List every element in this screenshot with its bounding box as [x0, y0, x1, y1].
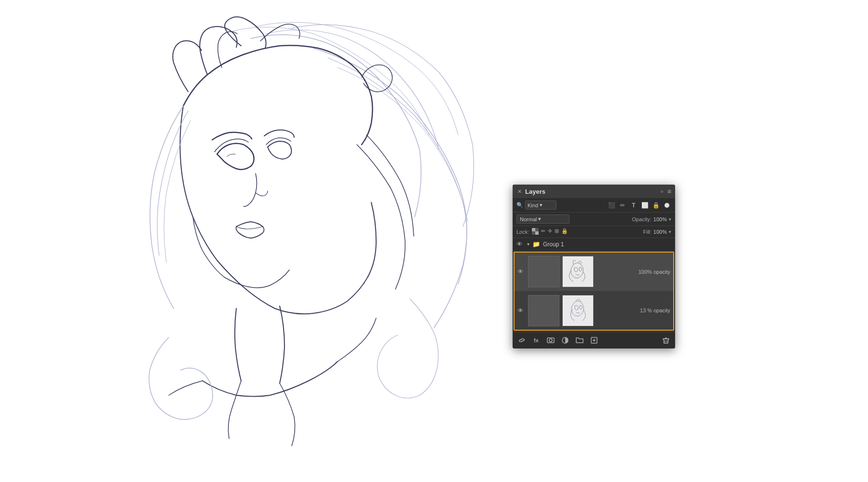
fill-adjustment-button[interactable] — [560, 335, 570, 346]
fill-input[interactable]: 100% — [653, 229, 667, 235]
layer-2-visibility-icon[interactable]: 👁 — [517, 307, 525, 314]
panel-title-left: ✕ Layers — [516, 188, 545, 195]
svg-rect-4 — [535, 231, 539, 235]
layers-panel: ✕ Layers » ≡ 🔍 Kind ▾ ⬛ ✏ T ⬜ 🔒 — [513, 185, 675, 348]
fill-row: Fill: 100% ▾ — [643, 229, 671, 235]
kind-chevron-icon: ▾ — [540, 202, 542, 208]
opacity-chevron-icon[interactable]: ▾ — [669, 217, 671, 222]
filter-icons: ⬛ ✏ T ⬜ 🔒 — [607, 201, 671, 210]
svg-rect-2 — [535, 228, 539, 231]
lock-position-icon[interactable]: ✛ — [548, 228, 552, 236]
opacity-row: Opacity: 100% ▾ — [632, 216, 672, 222]
kind-label: Kind — [528, 202, 538, 208]
blend-mode-dropdown[interactable]: Normal ▾ — [516, 214, 570, 224]
layer-2-dark-thumb — [528, 295, 559, 326]
panel-title: Layers — [525, 188, 545, 195]
layer-1-thumbnail — [562, 256, 594, 287]
panel-menu-button[interactable]: ≡ — [667, 187, 671, 195]
svg-point-8 — [549, 339, 552, 342]
lock-row: Lock: ✏ ✛ ⊞ 🔒 Fill: 100% ▾ — [513, 226, 675, 238]
panel-titlebar: ✕ Layers » ≡ — [513, 185, 675, 198]
sketch-canvas — [0, 0, 506, 482]
fill-chevron-icon[interactable]: ▾ — [669, 229, 671, 234]
filter-row: 🔍 Kind ▾ ⬛ ✏ T ⬜ 🔒 — [513, 198, 675, 213]
add-mask-button[interactable] — [545, 335, 556, 346]
fx-button[interactable]: fx — [531, 335, 542, 346]
filter-adjustment-icon[interactable]: 🔒 — [651, 201, 660, 210]
svg-rect-5 — [564, 257, 593, 286]
kind-dropdown[interactable]: Kind ▾ — [525, 201, 556, 210]
group-folder-icon: 📁 — [532, 241, 540, 248]
blend-mode-row: Normal ▾ Opacity: 100% ▾ — [513, 213, 675, 226]
group-visibility-icon[interactable]: 👁 — [516, 241, 524, 248]
opacity-label: Opacity: — [632, 216, 651, 222]
lock-artboard-icon[interactable]: ⊞ — [555, 228, 559, 236]
lock-transparency-icon[interactable] — [532, 228, 539, 236]
lock-all-icon[interactable]: 🔒 — [561, 228, 568, 236]
bottom-toolbar: fx — [513, 332, 675, 348]
search-icon: 🔍 — [516, 202, 523, 208]
filter-pixel-icon[interactable]: ⬛ — [607, 201, 616, 210]
blend-mode-label: Normal — [520, 216, 537, 222]
layer-item[interactable]: 👁 13 % opacity — [515, 291, 673, 330]
new-group-button[interactable] — [574, 335, 585, 346]
filter-type-icon[interactable]: T — [629, 201, 638, 210]
filter-circle-shape — [665, 203, 669, 208]
group-row[interactable]: 👁 ▾ 📁 Group 1 — [513, 238, 675, 251]
canvas-area — [0, 0, 868, 482]
layer-item[interactable]: 👁 100% — [515, 253, 673, 291]
new-layer-button[interactable] — [589, 335, 599, 346]
svg-rect-6 — [564, 296, 593, 325]
filter-circle-icon[interactable] — [663, 201, 671, 210]
lock-image-icon[interactable]: ✏ — [541, 228, 545, 236]
group-expand-icon[interactable]: ▾ — [527, 241, 529, 247]
fill-label: Fill: — [643, 229, 651, 235]
layer-2-thumbnail — [562, 295, 594, 326]
lock-icons: ✏ ✛ ⊞ 🔒 — [532, 228, 568, 236]
link-layers-button[interactable] — [516, 335, 527, 346]
lock-label: Lock: — [516, 229, 529, 235]
svg-rect-3 — [532, 231, 535, 235]
filter-shape-icon[interactable]: ⬜ — [640, 201, 649, 210]
blend-mode-chevron: ▾ — [538, 216, 541, 222]
filter-brush-icon[interactable]: ✏ — [618, 201, 627, 210]
layer-1-opacity: 100% opacity — [638, 269, 670, 275]
opacity-input[interactable]: 100% — [653, 216, 667, 222]
layers-container: 👁 100% — [514, 252, 674, 331]
svg-rect-1 — [532, 228, 535, 231]
double-chevron-icon[interactable]: » — [660, 188, 664, 195]
layer-1-dark-thumb — [528, 256, 559, 287]
panel-close-button[interactable]: ✕ — [516, 188, 522, 194]
svg-rect-0 — [0, 0, 506, 482]
group-name: Group 1 — [543, 241, 564, 248]
layer-1-visibility-icon[interactable]: 👁 — [517, 268, 525, 275]
layer-2-opacity: 13 % opacity — [640, 308, 670, 313]
delete-layer-button[interactable] — [661, 335, 671, 346]
